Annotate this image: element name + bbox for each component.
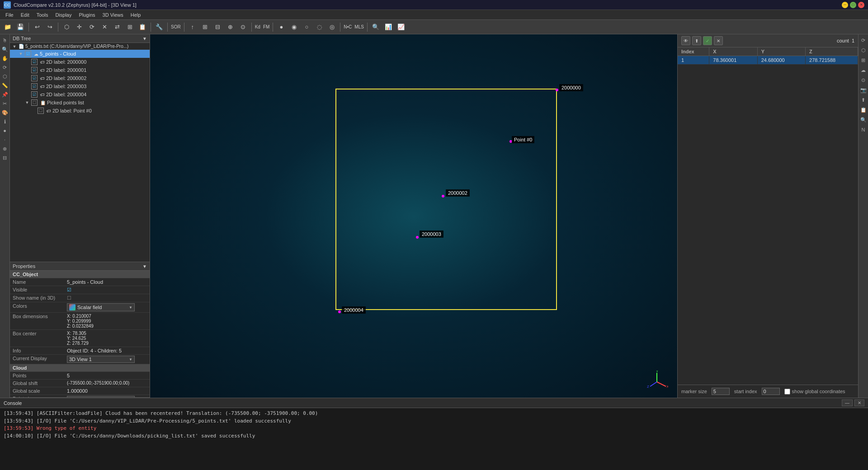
point-row-0[interactable]: 1 78.360001 24.680000 278.721588 <box>678 56 858 65</box>
toolbar-subsample[interactable]: ⊞ <box>124 21 136 33</box>
menu-help[interactable]: Help <box>127 11 145 19</box>
toolbar-clipboard[interactable]: 📋 <box>137 21 148 33</box>
tree-cb-l3[interactable]: ☑ <box>31 83 38 89</box>
menu-3dviews[interactable]: 3D Views <box>99 11 127 19</box>
lt-section[interactable]: ✂ <box>1 99 9 108</box>
picking-btn-eye[interactable]: 👁 <box>681 36 690 45</box>
menu-edit[interactable]: Edit <box>17 11 33 19</box>
marker-size-input[interactable] <box>712 388 730 395</box>
tree-item-label0[interactable]: ☑ 🏷 2D label: 2000000 <box>10 58 150 66</box>
tree-cb-picked[interactable]: ☐ <box>31 99 38 106</box>
fr-btn-9[interactable]: 🔍 <box>859 116 868 124</box>
lt-pick[interactable]: 📌 <box>1 90 9 99</box>
fr-btn-3[interactable]: ⊞ <box>859 56 868 64</box>
display-dropdown[interactable]: 3D View 1 ▼ <box>67 356 135 363</box>
prop-visible-value[interactable]: ☑ <box>64 286 150 294</box>
toolbar-btn-2[interactable]: ⊞ <box>199 21 211 33</box>
toolbar-search[interactable]: 🔍 <box>370 21 382 33</box>
tree-item-label4[interactable]: ☑ 🏷 2D label: 2000004 <box>10 90 150 99</box>
toolbar-translate[interactable]: ✛ <box>73 21 85 33</box>
minimize-button[interactable]: ─ <box>842 2 848 8</box>
fr-btn-4[interactable]: ☁ <box>859 66 868 74</box>
lt-extra2[interactable]: ⊟ <box>1 154 9 162</box>
toolbar-btn-5[interactable]: ⊙ <box>237 21 249 33</box>
prop-colors-value[interactable]: Scalar field ▼ <box>64 302 150 313</box>
lt-circle[interactable]: ● <box>1 127 9 135</box>
pointsize-dropdown[interactable]: Default ▼ <box>67 396 135 398</box>
lt-measure[interactable]: 📏 <box>1 81 9 89</box>
toolbar-properties[interactable]: 🔧 <box>153 21 165 33</box>
fr-btn-5[interactable]: ⊙ <box>859 76 868 84</box>
menu-file[interactable]: File <box>2 11 17 19</box>
fr-btn-2[interactable]: ⬡ <box>859 46 868 54</box>
lt-pointer[interactable]: 🖱 <box>1 36 9 44</box>
picking-btn-close[interactable]: ✕ <box>714 36 723 45</box>
lt-info[interactable]: ℹ <box>1 118 9 126</box>
toolbar-circle-3[interactable]: ○ <box>301 21 312 33</box>
toolbar-undo[interactable]: ↩ <box>31 21 43 33</box>
toolbar-rotate[interactable]: ⟳ <box>86 21 98 33</box>
toolbar-save[interactable]: 💾 <box>14 21 26 33</box>
tree-item-picked[interactable]: ▼ ☐ 📋 Picked points list <box>10 99 150 107</box>
maximize-button[interactable]: □ <box>850 2 856 8</box>
tree-cb-l0[interactable]: ☑ <box>31 59 38 65</box>
tree-item-label1[interactable]: ☑ 🏷 2D label: 2000001 <box>10 66 150 74</box>
toolbar-chart[interactable]: 📈 <box>395 21 407 33</box>
menu-plugins[interactable]: Plugins <box>75 11 99 19</box>
prop-showname-value[interactable]: ☐ <box>64 294 150 302</box>
tree-cb-l2[interactable]: ☑ <box>31 75 38 81</box>
db-tree-collapse[interactable]: ▼ <box>142 36 147 41</box>
toolbar-open[interactable]: 📁 <box>2 21 14 33</box>
lt-pan[interactable]: ✋ <box>1 54 9 62</box>
lt-zoom[interactable]: 🔍 <box>1 45 9 53</box>
toolbar-merge[interactable]: ⇄ <box>111 21 123 33</box>
toolbar-circle-4[interactable]: ◌ <box>313 21 325 33</box>
toolbar-delete[interactable]: ✕ <box>99 21 110 33</box>
close-button[interactable]: ✕ <box>858 2 864 8</box>
picking-btn-export[interactable]: ⬆ <box>692 36 701 45</box>
console-close[interactable]: ✕ <box>854 400 864 406</box>
viewport-3d[interactable]: 2000000 Point #0 2000002 2000003 2000004… <box>150 34 677 398</box>
fr-btn-1[interactable]: ⟳ <box>859 36 868 44</box>
tree-cb-l4[interactable]: ☑ <box>31 91 38 98</box>
toolbar-redo[interactable]: ↪ <box>44 21 56 33</box>
show-global-label[interactable]: show global coordinates <box>784 389 845 395</box>
fr-btn-10[interactable]: N <box>859 126 868 134</box>
prop-display-value[interactable]: 3D View 1 ▼ <box>64 355 150 364</box>
console-minimize[interactable]: — <box>842 400 853 406</box>
picking-controls: 👁 ⬆ ✓ ✕ <box>681 36 723 45</box>
lt-select[interactable]: ⬡ <box>1 72 9 80</box>
prop-pointsize-value[interactable]: Default ▼ <box>64 395 150 398</box>
tree-item-label2[interactable]: ☑ 🏷 2D label: 2000002 <box>10 74 150 82</box>
toolbar-select[interactable]: ⬡ <box>61 21 72 33</box>
start-index-input[interactable] <box>762 388 780 395</box>
toolbar-btn-3[interactable]: ⊟ <box>212 21 224 33</box>
lt-dot[interactable]: · <box>1 136 9 144</box>
fr-btn-7[interactable]: ⬆ <box>859 96 868 104</box>
toolbar-btn-1[interactable]: ↑ <box>187 21 198 33</box>
tree-cb-p0[interactable]: ☐ <box>38 108 44 114</box>
toolbar-btn-4[interactable]: ⊕ <box>225 21 236 33</box>
properties-collapse[interactable]: ▼ <box>142 264 147 269</box>
tree-item-file[interactable]: ▼ 📄 5_points.txt (C:/Users/danny/VIP_LiD… <box>10 43 150 50</box>
toolbar-circle-1[interactable]: ● <box>275 21 287 33</box>
lt-color[interactable]: 🎨 <box>1 108 9 117</box>
toolbar-stats[interactable]: 📊 <box>382 21 394 33</box>
menu-tools[interactable]: Tools <box>33 11 52 19</box>
toolbar-circle-5[interactable]: ◎ <box>326 21 338 33</box>
tree-cb-l1[interactable]: ☑ <box>31 67 38 73</box>
show-global-checkbox[interactable] <box>784 389 790 395</box>
fr-btn-6[interactable]: 📷 <box>859 86 868 94</box>
colors-dropdown[interactable]: Scalar field ▼ <box>67 303 135 311</box>
tree-item-cloud[interactable]: ▼ ☑ ☁ 5_points - Cloud <box>10 50 150 58</box>
toolbar-circle-2[interactable]: ◉ <box>288 21 300 33</box>
fr-btn-8[interactable]: 📋 <box>859 106 868 114</box>
tree-item-label3[interactable]: ☑ 🏷 2D label: 2000003 <box>10 82 150 90</box>
lt-extra1[interactable]: ⊕ <box>1 145 9 153</box>
prop-visible-row: Visible ☑ <box>10 286 150 294</box>
picking-btn-confirm[interactable]: ✓ <box>703 36 712 45</box>
lt-rotate[interactable]: ⟳ <box>1 63 9 71</box>
tree-checkbox-cloud[interactable]: ☑ <box>25 51 31 57</box>
menu-display[interactable]: Display <box>52 11 75 19</box>
tree-item-point0[interactable]: ☐ 🏷 2D label: Point #0 <box>10 107 150 115</box>
